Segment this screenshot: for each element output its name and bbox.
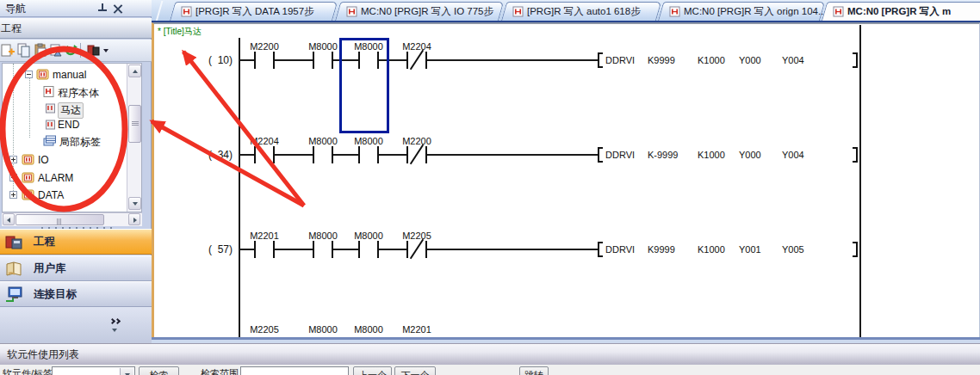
- nav-button-project[interactable]: 工程: [0, 229, 152, 255]
- nav-button-connection[interactable]: 连接目标: [0, 281, 152, 307]
- instruction-arg[interactable]: Y004: [782, 55, 804, 65]
- tree-item-data[interactable]: DATA: [3, 188, 140, 202]
- instruction-arg[interactable]: Y001: [739, 244, 761, 255]
- tree-item-label: 程序本体: [58, 86, 99, 101]
- program-small-icon: [45, 103, 56, 114]
- tab-auto1-program[interactable]: [PRG]R 写入 auto1 618步: [504, 2, 659, 22]
- program-folder-icon: [22, 154, 34, 165]
- tree-item-motor[interactable]: 马达: [3, 101, 140, 115]
- nav-button-label: 连接目标: [34, 287, 77, 302]
- tree-item-end[interactable]: END: [3, 118, 140, 132]
- ladder-editor[interactable]: [152, 22, 980, 337]
- device-combo-box[interactable]: [52, 366, 135, 375]
- tree-item-program-body[interactable]: 程序本体: [3, 85, 140, 99]
- instruction-arg[interactable]: K-9999: [648, 150, 678, 160]
- scroll-down-button[interactable]: [128, 197, 141, 210]
- device-field-label: 软元件/标签: [3, 367, 53, 375]
- contact-nc[interactable]: [406, 146, 427, 163]
- contact-no[interactable]: [254, 52, 275, 69]
- instruction-mnemonic[interactable]: DDRVI: [605, 244, 635, 255]
- tab-motor-program-active[interactable]: MC:N0 [PRG]R 写入 m: [824, 2, 980, 22]
- contact-no[interactable]: [358, 146, 379, 163]
- expand-plus-icon[interactable]: [9, 174, 17, 181]
- tree-item-manual[interactable]: manual: [3, 68, 140, 82]
- tab-orign-program[interactable]: MC:N0 [PRG]R 写入 orign 104...: [661, 2, 822, 22]
- navigator-panel: 导航 工程: [0, 0, 152, 343]
- paste-special-icon[interactable]: [49, 43, 64, 58]
- sort-filter-icon[interactable]: [86, 43, 112, 58]
- tree-vertical-scrollbar[interactable]: [127, 64, 141, 212]
- tab-data-program[interactable]: [PRG]R 写入 DATA 1957步: [172, 2, 335, 22]
- contact-no[interactable]: [313, 146, 333, 163]
- instruction-mnemonic[interactable]: DDRVI: [605, 150, 635, 160]
- instruction-bracket-close: [853, 147, 858, 163]
- ladder-doc-icon: [833, 6, 844, 17]
- chevron-right-icon[interactable]: [115, 318, 121, 324]
- nav-button-user-library[interactable]: 用户库: [0, 255, 152, 281]
- instruction-arg[interactable]: Y000: [739, 150, 761, 160]
- prev-button[interactable]: 上一个: [353, 366, 392, 375]
- instruction-arg[interactable]: K1000: [698, 150, 725, 160]
- scroll-left-button[interactable]: [3, 213, 15, 225]
- contact-no[interactable]: [313, 52, 333, 69]
- instruction-arg[interactable]: K1000: [698, 55, 725, 65]
- ladder-edit-cursor: [339, 38, 389, 133]
- instruction-bracket-open: [598, 242, 603, 257]
- ladder-doc-icon: [669, 6, 680, 17]
- scope-combo-box[interactable]: [240, 366, 349, 375]
- tree-item-label: ALARM: [38, 172, 73, 184]
- instruction-mnemonic[interactable]: DDRVI: [605, 55, 635, 65]
- next-button[interactable]: 下一个: [394, 366, 436, 375]
- instruction-arg[interactable]: Y005: [782, 244, 804, 255]
- tree-item-local-label[interactable]: 局部标签: [3, 134, 140, 148]
- expand-plus-icon[interactable]: [9, 191, 17, 199]
- user-library-icon: [4, 260, 25, 277]
- tree-horizontal-scrollbar[interactable]: [2, 212, 142, 226]
- tab-label: MC:N0 [PRG]R 写入 orign 104...: [684, 5, 827, 18]
- instruction-arg[interactable]: K1000: [698, 244, 725, 255]
- copy-icon[interactable]: [17, 43, 32, 58]
- ladder-doc-icon: [346, 6, 357, 17]
- tab-label: [PRG]R 写入 DATA 1957步: [195, 5, 314, 18]
- paste-icon[interactable]: [34, 43, 48, 58]
- scroll-up-button[interactable]: [128, 65, 141, 77]
- navigator-section-header: 工程: [0, 18, 152, 39]
- refresh-icon[interactable]: [64, 43, 78, 58]
- combo-dropdown-button[interactable]: [120, 368, 133, 375]
- contact-no[interactable]: [254, 241, 275, 258]
- new-item-icon[interactable]: [1, 43, 16, 58]
- contact-no[interactable]: [313, 241, 333, 258]
- connection-target-icon: [4, 286, 25, 303]
- find-button[interactable]: 检索: [139, 366, 179, 375]
- instruction-arg[interactable]: Y000: [739, 55, 761, 65]
- ladder-doc-icon: [512, 6, 524, 17]
- horizontal-scroll-thumb[interactable]: [16, 214, 104, 225]
- project-tree: manual 程序本体 马达 END 局部标签 IO: [2, 63, 142, 212]
- pin-icon[interactable]: [97, 3, 108, 14]
- tab-io-program[interactable]: MC:N0 [PRG]R 写入 IO 775步: [338, 2, 501, 22]
- jump-button[interactable]: 跳转: [519, 366, 549, 375]
- contact-no[interactable]: [358, 241, 379, 258]
- tree-item-label: 局部标签: [59, 135, 101, 150]
- tree-item-io[interactable]: IO: [3, 153, 140, 167]
- close-icon[interactable]: [113, 3, 123, 14]
- contact-nc[interactable]: [406, 241, 427, 258]
- instruction-arg[interactable]: Y004: [782, 150, 804, 160]
- contact-nc[interactable]: [406, 52, 427, 69]
- expand-plus-icon[interactable]: [9, 156, 17, 163]
- instruction-arg[interactable]: K9999: [648, 55, 675, 65]
- vertical-scroll-thumb[interactable]: [128, 105, 141, 143]
- program-icon: [42, 86, 55, 97]
- tab-label: [PRG]R 写入 auto1 618步: [527, 5, 641, 18]
- nav-button-label: 工程: [34, 235, 55, 249]
- tree-item-label: DATA: [38, 189, 64, 201]
- collapse-minus-icon[interactable]: [25, 71, 33, 78]
- contact-label: M2200: [389, 136, 444, 146]
- tree-item-alarm[interactable]: ALARM: [3, 171, 140, 185]
- scroll-right-button[interactable]: [128, 213, 140, 225]
- document-tab-bar: [PRG]R 写入 DATA 1957步 MC:N0 [PRG]R 写入 IO …: [152, 0, 980, 22]
- program-folder-icon: [22, 172, 34, 183]
- instruction-arg[interactable]: K9999: [648, 244, 675, 255]
- more-options-icon[interactable]: [112, 329, 117, 332]
- contact-no[interactable]: [254, 146, 275, 163]
